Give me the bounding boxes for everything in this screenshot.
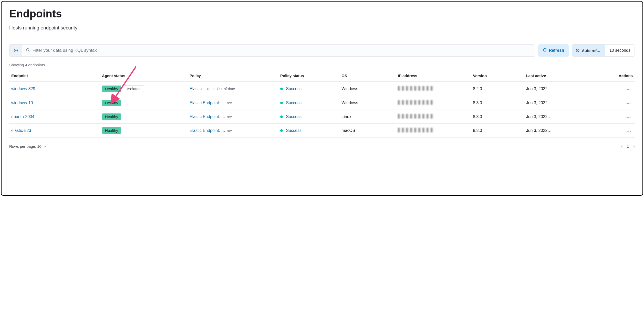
row-actions-button[interactable] <box>625 101 633 106</box>
page-subtitle: Hosts running endpoint security <box>9 25 635 31</box>
last-active-cell: Jun 3, 2022… <box>524 110 599 124</box>
agent-status-badge: Healthy <box>102 86 121 92</box>
table-row: windows-10 Healthy Elastic Endpoint: … r… <box>9 96 635 110</box>
col-policy[interactable]: Policy <box>188 70 278 82</box>
policy-status-link[interactable]: Success <box>286 87 301 91</box>
last-active-cell: Jun 3, 2022… <box>524 96 599 110</box>
ip-redacted <box>398 128 434 132</box>
table-footer: Rows per page: 10 ‹ 1 › <box>9 138 635 149</box>
policy-status-link[interactable]: Success <box>286 114 301 119</box>
agent-status-badge: Healthy <box>102 100 121 106</box>
agent-status-badge: Healthy <box>102 127 121 134</box>
os-cell: macOS <box>339 124 396 138</box>
ip-redacted <box>398 114 434 119</box>
table-row: elastic-523 Healthy Elastic Endpoint: … … <box>9 124 635 138</box>
col-version[interactable]: Version <box>471 70 524 82</box>
endpoint-link[interactable]: windows-329 <box>11 87 35 91</box>
auto-refresh-button[interactable]: Auto ref… <box>572 45 605 56</box>
table-row: ubuntu-2004 Healthy Elastic Endpoint: … … <box>9 110 635 124</box>
filter-icon[interactable] <box>9 45 22 56</box>
policy-link[interactable]: Elastic Endpoint: … <box>190 101 225 105</box>
version-cell: 8.3.0 <box>471 124 524 138</box>
policy-link[interactable]: Elastic Endpoint: … <box>190 128 225 133</box>
ip-cell <box>396 124 471 138</box>
row-actions-button[interactable] <box>625 115 633 119</box>
last-active-cell: Jun 3, 2022… <box>524 82 599 96</box>
row-actions-button[interactable] <box>625 87 633 91</box>
search-input[interactable] <box>33 48 531 53</box>
agent-status-badge: Healthy <box>102 113 121 120</box>
os-cell: Linux <box>339 110 396 124</box>
pager-prev[interactable]: ‹ <box>621 144 623 149</box>
status-dot-icon <box>280 102 283 104</box>
last-active-cell: Jun 3, 2022… <box>524 124 599 138</box>
col-ip[interactable]: IP address <box>396 70 471 82</box>
pager: ‹ 1 › <box>621 144 635 149</box>
version-cell: 8.2.0 <box>471 82 524 96</box>
table-row: windows-329 Healthy Isolated Elastic… re… <box>9 82 635 96</box>
refresh-label: Refresh <box>549 48 564 53</box>
search-icon <box>26 48 30 53</box>
warning-icon: ⚠ <box>212 87 215 91</box>
chevron-down-icon <box>44 144 47 149</box>
row-actions-button[interactable] <box>625 129 633 133</box>
policy-rev: rev. : <box>227 129 235 133</box>
toolbar: Refresh Auto ref… 10 seconds <box>9 44 635 57</box>
divider <box>9 38 635 38</box>
endpoints-table: Endpoint Agent status Policy Policy stat… <box>9 70 635 138</box>
ip-redacted <box>398 86 434 91</box>
col-last-active[interactable]: Last active <box>524 70 599 82</box>
col-actions: Actions <box>599 70 635 82</box>
version-cell: 8.3.0 <box>471 110 524 124</box>
ip-redacted <box>398 100 434 105</box>
status-dot-icon <box>280 88 283 90</box>
search-bar <box>9 44 535 57</box>
policy-rev: re <box>207 87 210 91</box>
status-dot-icon <box>280 115 283 118</box>
isolated-badge: Isolated <box>124 85 144 92</box>
page-title: Endpoints <box>9 8 635 20</box>
auto-refresh-group: Auto ref… 10 seconds <box>572 44 635 57</box>
ip-cell <box>396 110 471 124</box>
status-dot-icon <box>280 129 283 132</box>
rows-per-page-select[interactable]: Rows per page: 10 <box>9 144 47 149</box>
policy-rev: rev. : <box>227 101 235 105</box>
endpoint-link[interactable]: windows-10 <box>11 101 33 105</box>
policy-status-link[interactable]: Success <box>286 128 301 133</box>
os-cell: Windows <box>339 82 396 96</box>
pager-current-page[interactable]: 1 <box>627 144 629 149</box>
svg-point-1 <box>26 48 29 51</box>
table-header-row: Endpoint Agent status Policy Policy stat… <box>9 70 635 82</box>
col-agent-status[interactable]: Agent status <box>100 70 188 82</box>
ip-cell <box>396 82 471 96</box>
os-cell: Windows <box>339 96 396 110</box>
endpoint-link[interactable]: ubuntu-2004 <box>11 114 34 119</box>
auto-refresh-interval[interactable]: 10 seconds <box>605 45 635 56</box>
policy-link[interactable]: Elastic… <box>190 87 206 91</box>
refresh-icon <box>543 48 547 53</box>
out-of-date-label: Out-of-date <box>217 87 235 91</box>
auto-refresh-label: Auto ref… <box>582 48 600 53</box>
clock-icon <box>576 48 580 53</box>
policy-status-link[interactable]: Success <box>286 101 301 105</box>
col-policy-status[interactable]: Policy status <box>278 70 339 82</box>
ip-cell <box>396 96 471 110</box>
pager-next[interactable]: › <box>633 144 635 149</box>
refresh-button[interactable]: Refresh <box>538 44 569 57</box>
col-endpoint[interactable]: Endpoint <box>9 70 100 82</box>
col-os[interactable]: OS <box>339 70 396 82</box>
result-count: Showing 4 endpoints <box>9 63 635 67</box>
policy-link[interactable]: Elastic Endpoint: … <box>190 114 225 119</box>
rows-per-page-label: Rows per page: 10 <box>9 144 41 149</box>
endpoint-link[interactable]: elastic-523 <box>11 128 31 133</box>
version-cell: 8.3.0 <box>471 96 524 110</box>
policy-rev: rev. : <box>227 115 235 119</box>
